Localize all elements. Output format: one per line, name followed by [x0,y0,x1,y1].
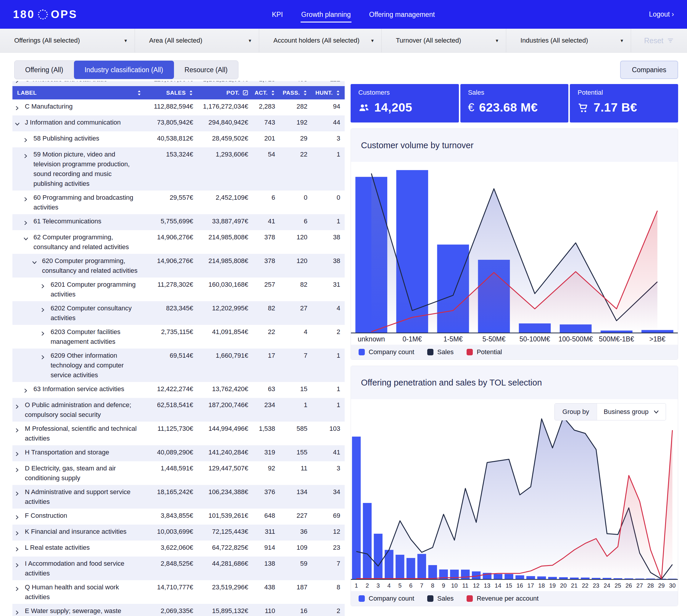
chevron-right-icon[interactable] [15,81,25,86]
pot-sorted-icon[interactable] [243,90,248,95]
column-header-hunt[interactable]: HUNT. [308,90,341,96]
chevron-right-icon[interactable] [41,351,50,362]
chevron-right-icon[interactable] [15,102,25,113]
sort-icon[interactable] [303,90,307,96]
table-row[interactable]: F Construction3,843,855€101,539,261€6482… [13,509,345,525]
row-cell-pass: 4 [276,327,308,337]
chart1-header: Customer volume by turnover [351,129,678,162]
chevron-right-icon[interactable] [23,193,34,204]
x-axis-label: 27 [634,582,645,589]
row-label: J Information and communication [25,117,146,127]
chevron-down-icon[interactable] [32,256,42,268]
chevron-right-icon[interactable] [15,606,25,616]
filter-dropdown-1[interactable]: Offerings (All selected)▾ [0,29,135,52]
table-row[interactable]: G Wholesale and retail trade115,537,564€… [13,81,345,86]
group-by-select[interactable]: Business group [597,403,666,420]
filter-dropdown-5[interactable]: Industries (All selected)▾ [506,29,631,52]
kpi-cards: Customers14,205Sales€623.68 M€Potential7… [351,84,678,123]
chevron-right-icon[interactable] [15,424,25,436]
table-row[interactable]: 62 Computer programming, consultancy and… [13,230,345,254]
filter-dropdown-2[interactable]: Area (All selected)▾ [135,29,259,52]
chevron-right-icon[interactable] [15,447,25,459]
row-label-cell: M Professional, scientific and technical… [13,424,146,443]
chevron-right-icon[interactable] [23,149,34,161]
column-header-pass[interactable]: PASS. [276,90,308,96]
chevron-right-icon[interactable] [23,384,34,396]
sort-icon[interactable] [137,90,141,96]
sort-icon[interactable] [271,90,275,96]
chevron-down-icon[interactable] [15,117,25,129]
table-row[interactable]: 60 Programming and broadcasting activiti… [13,191,345,214]
chevron-right-icon[interactable] [23,133,34,145]
table-row[interactable]: K Financial and insurance activities10,0… [13,525,345,541]
table-row[interactable]: L Real estate activities3,622,060€64,722… [13,541,345,556]
chevron-right-icon[interactable] [15,582,25,594]
sort-icon[interactable] [336,90,340,96]
tab-offering-all-[interactable]: Offering (All) [15,61,74,79]
reset-filters-button: Reset [631,29,687,52]
row-cell-sales: 10,003,699€ [146,527,194,536]
table-row[interactable]: 63 Information service activities12,422,… [13,382,345,398]
table-row[interactable]: H Transportation and storage40,089,290€1… [13,445,345,461]
table-row[interactable]: 6202 Computer consultancy activities823,… [13,301,345,325]
chevron-right-icon[interactable] [41,327,50,339]
row-cell-hunt: 4 [308,303,341,313]
table-row[interactable]: O Public administration and defence; com… [13,398,345,422]
row-cell-sales: 73,805,942€ [146,117,194,127]
nav-item-growth-planning[interactable]: Growth planning [301,6,352,22]
column-header-pot[interactable]: POT. [194,90,249,96]
chevron-right-icon[interactable] [15,487,25,499]
companies-button[interactable]: Companies [620,61,678,79]
row-cell-pass: 11 [276,463,308,473]
row-cell-act: 743 [249,117,276,127]
table-row[interactable]: C Manufacturing112,882,594€1,176,272,034… [13,100,345,115]
filter-dropdown-4[interactable]: Turnover (All selected)▾ [382,29,506,52]
chevron-right-icon[interactable] [41,280,50,291]
table-row[interactable]: 6209 Other information technology and co… [13,349,345,382]
table-row[interactable]: Q Human health and social work activitie… [13,580,345,604]
logout-link[interactable]: Logout › [649,10,674,18]
table-row[interactable]: 6203 Computer facilities management acti… [13,325,345,349]
tab-resource-all-[interactable]: Resource (All) [174,61,239,79]
column-header-act[interactable]: ACT. [249,90,276,96]
chevron-right-icon[interactable] [23,216,34,228]
table-row[interactable]: 61 Telecommunications5,755,699€33,887,49… [13,214,345,230]
table-row[interactable]: D Electricity, gas, steam and air condit… [13,461,345,485]
table-row[interactable]: M Professional, scientific and technical… [13,422,345,445]
table-row[interactable]: I Accommodation and food service activit… [13,556,345,580]
table-row[interactable]: E Water supply; sewerage, waste manageme… [13,604,345,616]
row-cell-pot: 214,985,808€ [194,232,249,242]
column-header-label: LABEL [17,90,37,96]
chevron-right-icon[interactable] [15,527,25,538]
tol-chart-plot[interactable] [351,416,678,580]
chevron-right-icon[interactable] [15,511,25,523]
row-cell-pass: 29 [276,133,308,143]
column-header-sales[interactable]: SALES [146,90,194,96]
table-row[interactable]: J Information and communication73,805,94… [13,115,345,131]
chevron-right-icon[interactable] [15,558,25,570]
nav-item-kpi[interactable]: KPI [271,6,284,22]
table-row[interactable]: N Administrative and support service act… [13,485,345,509]
row-label-cell: K Financial and insurance activities [13,527,146,538]
kpi-value: 7.17 B€ [578,101,670,114]
chevron-right-icon[interactable] [41,303,50,315]
table-row[interactable]: 58 Publishing activities40,538,812€28,45… [13,131,345,147]
chevron-right-icon[interactable] [15,400,25,412]
table-row[interactable]: 59 Motion picture, video and television … [13,147,345,191]
nav-item-offering-management[interactable]: Offering management [369,6,436,22]
row-cell-sales: 62,518,541€ [146,400,194,410]
tab-industry-classification-all-[interactable]: Industry classification (All) [74,61,174,79]
filter-dropdown-3[interactable]: Account holders (All selected)▾ [259,29,382,52]
kpi-label: Potential [578,89,670,96]
table-row[interactable]: 6201 Computer programming activities11,2… [13,278,345,301]
table-row[interactable]: 620 Computer programming, consultancy an… [13,254,345,278]
turnover-chart-plot[interactable] [351,162,678,333]
chevron-right-icon[interactable] [15,463,25,475]
row-label: 59 Motion picture, video and television … [34,149,146,189]
chevron-right-icon[interactable] [15,543,25,554]
row-cell-sales: 14,906,276€ [146,232,194,242]
chevron-down-icon[interactable] [23,232,34,244]
row-label: M Professional, scientific and technical… [25,424,146,443]
column-header-label[interactable]: LABEL [13,90,146,96]
sort-icon[interactable] [189,90,193,96]
